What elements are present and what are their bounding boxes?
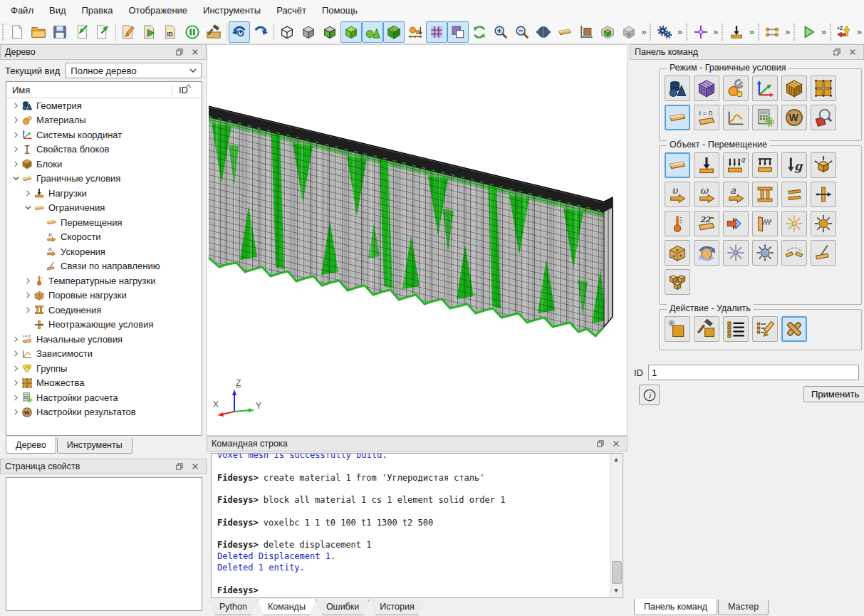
result-settings-mode-button[interactable] <box>781 105 807 130</box>
displacement-button[interactable] <box>665 152 690 178</box>
toolbar-drag-handle[interactable] <box>722 24 724 41</box>
zoom-out-button[interactable] <box>511 21 533 43</box>
pause-button[interactable] <box>182 21 203 43</box>
modify-action-button[interactable] <box>694 316 719 342</box>
clip-box-button[interactable] <box>597 21 618 43</box>
acceleration-button[interactable] <box>723 182 749 207</box>
tree-item[interactable]: Соединения <box>6 303 202 318</box>
tree-item[interactable]: Начальные условия <box>6 332 202 347</box>
chevron-right-icon[interactable] <box>11 377 21 388</box>
picking-toolbar-overflow[interactable]: » <box>712 27 721 37</box>
wireframe-view-button[interactable] <box>276 21 298 43</box>
tab-wizard[interactable]: Мастер <box>718 600 769 615</box>
tab-python[interactable]: Python <box>209 600 257 615</box>
point-rays-button[interactable] <box>723 240 749 266</box>
velocity-button[interactable] <box>665 182 690 207</box>
chevron-right-icon[interactable] <box>23 188 33 199</box>
shaded-view-button[interactable] <box>298 21 319 43</box>
close-icon[interactable] <box>610 438 623 449</box>
grid-toggle-button[interactable] <box>426 21 447 43</box>
geometry-visibility-button[interactable] <box>362 21 383 43</box>
tab-commands[interactable]: Команды <box>258 599 316 615</box>
tab-command-panel[interactable]: Панель команд <box>634 599 717 615</box>
command-console[interactable]: voxel mesh is successfully build. Fidesy… <box>211 453 623 598</box>
edit-action-button[interactable] <box>752 316 778 342</box>
tree-item[interactable]: Неотражающие условия <box>6 318 202 333</box>
menu-file[interactable]: Файл <box>3 2 41 19</box>
menu-edit[interactable]: Правка <box>74 2 121 19</box>
save-button[interactable] <box>49 21 71 43</box>
tree-item[interactable]: Настройки расчета <box>6 390 202 405</box>
play-journal-button[interactable] <box>139 21 160 43</box>
chevron-right-icon[interactable] <box>11 407 21 417</box>
tree-item[interactable]: Свойства блоков <box>6 142 202 157</box>
properties-page[interactable] <box>6 477 202 611</box>
blocks-mode-button[interactable] <box>781 75 807 101</box>
gravity-button[interactable] <box>781 152 807 178</box>
zoom-in-button[interactable] <box>490 21 511 43</box>
toolbar-drag-handle[interactable] <box>650 24 652 41</box>
radiation-sphere-button[interactable] <box>752 240 778 266</box>
tree-item[interactable]: Связи по направлению <box>6 259 202 274</box>
toolbox-button[interactable] <box>203 21 224 43</box>
voxel-bc-button[interactable] <box>665 269 690 295</box>
scroll-down-icon[interactable]: ▼ <box>610 585 622 597</box>
convection-button[interactable] <box>694 211 719 236</box>
chevron-right-icon[interactable] <box>23 305 33 315</box>
force-button[interactable] <box>694 152 719 178</box>
angular-velocity-button[interactable] <box>694 182 719 207</box>
voxel-visibility-button[interactable] <box>383 21 405 43</box>
console-prompt-line[interactable]: Fidesys> <box>217 585 608 597</box>
run-calculation-button[interactable] <box>798 21 819 43</box>
preview-mode-button[interactable] <box>811 105 836 130</box>
picking-tools-button[interactable] <box>690 21 712 43</box>
refresh-view-button[interactable] <box>469 21 490 43</box>
new-file-button[interactable] <box>6 21 28 43</box>
distributed-force-button[interactable] <box>723 152 749 178</box>
chevron-right-icon[interactable] <box>11 100 21 111</box>
toolbar-drag-handle[interactable] <box>793 24 796 41</box>
show-ids-button[interactable] <box>160 21 182 43</box>
meshing-toolbar-overflow[interactable]: » <box>675 27 685 37</box>
chevron-right-icon[interactable] <box>11 363 21 374</box>
body-force-button[interactable] <box>811 152 836 178</box>
direction-constraint-button[interactable] <box>811 240 836 266</box>
joint-button[interactable] <box>811 182 836 207</box>
radiation-sun-button[interactable] <box>811 211 836 236</box>
close-icon[interactable] <box>189 46 202 58</box>
chevron-right-icon[interactable] <box>11 144 21 155</box>
viewport-3d[interactable]: Z Y X <box>207 44 628 436</box>
list-action-button[interactable] <box>723 316 749 342</box>
boundary-conditions-mode-button[interactable] <box>665 105 690 130</box>
zoom-fit-button[interactable] <box>533 21 554 43</box>
tab-history[interactable]: История <box>370 600 424 615</box>
bounding-box-button[interactable] <box>618 21 640 43</box>
float-icon[interactable] <box>173 46 186 58</box>
float-icon[interactable] <box>831 46 843 58</box>
tree-item[interactable]: Геометрия <box>6 98 202 113</box>
heat-flux-button[interactable] <box>723 211 749 236</box>
sets-mode-button[interactable] <box>811 75 836 101</box>
tab-tree[interactable]: Дерево <box>6 437 56 454</box>
plank-display-button[interactable] <box>554 21 576 43</box>
run-toolbar-overflow[interactable]: » <box>819 27 828 37</box>
mesh-mode-button[interactable] <box>694 75 719 101</box>
scrollbar-thumb[interactable] <box>612 561 622 584</box>
info-button[interactable] <box>639 385 660 405</box>
export-button[interactable] <box>92 21 113 43</box>
edit-journal-button[interactable] <box>118 21 139 43</box>
chevron-down-icon[interactable] <box>23 202 33 213</box>
chevron-down-icon[interactable] <box>11 173 21 184</box>
float-icon[interactable] <box>594 438 607 449</box>
menu-tools[interactable]: Инструменты <box>195 2 269 19</box>
menu-help[interactable]: Помощь <box>314 2 365 19</box>
smooth-shaded-view-button[interactable] <box>340 21 362 43</box>
beam-toolbar-overflow[interactable]: » <box>783 27 792 37</box>
tree-item[interactable]: Поровые нагрузки <box>6 288 202 303</box>
console-scrollbar[interactable]: ▲ ▼ <box>610 454 622 597</box>
tree-item[interactable]: Зависимости <box>6 347 202 362</box>
float-icon[interactable] <box>173 461 186 472</box>
point-source-button[interactable] <box>781 211 807 236</box>
load-toolbar-overflow[interactable]: » <box>747 27 756 37</box>
shaded-edges-view-button[interactable] <box>319 21 340 43</box>
